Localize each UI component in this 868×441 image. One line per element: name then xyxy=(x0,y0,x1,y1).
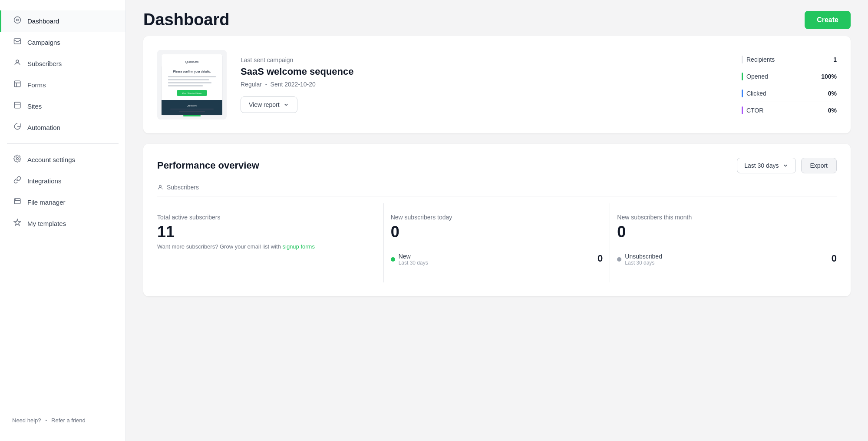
sidebar-footer: Need help? • Refer a friend xyxy=(0,410,125,431)
campaign-name: SaaS welcome sequence xyxy=(241,66,710,77)
svg-rect-16 xyxy=(168,85,203,86)
campaign-sent-date: Sent 2022-10-20 xyxy=(271,81,316,88)
campaign-preview-image: QuickStro Please confirm your details. G… xyxy=(157,50,227,119)
performance-controls: Last 30 days Export xyxy=(737,158,837,173)
opened-value: 100% xyxy=(821,73,837,80)
new-label: New xyxy=(399,253,428,260)
sidebar-item-my-templates[interactable]: My templates xyxy=(0,213,125,234)
stat-row-opened: Opened 100% xyxy=(742,68,837,85)
clicked-value: 0% xyxy=(828,90,837,97)
new-today-cell: New subscribers today 0 New Last 30 days xyxy=(384,203,611,282)
view-report-button[interactable]: View report xyxy=(241,96,297,113)
sidebar-item-account-settings[interactable]: Account settings xyxy=(0,149,125,170)
ctor-bar xyxy=(742,106,743,114)
sidebar-item-automation[interactable]: Automation xyxy=(0,117,125,138)
svg-rect-22 xyxy=(179,111,205,112)
new-month-cell: New subscribers this month 0 Unsubscribe… xyxy=(610,203,837,282)
svg-rect-23 xyxy=(183,115,201,116)
subscribers-section-icon xyxy=(157,184,163,190)
integrations-icon xyxy=(13,176,21,186)
svg-rect-7 xyxy=(14,199,20,204)
stat-row-recipients: Recipients 1 xyxy=(742,51,837,68)
export-button[interactable]: Export xyxy=(801,158,837,173)
clicked-bar xyxy=(742,90,743,97)
sub-row-new: New Last 30 days 0 xyxy=(391,247,603,272)
svg-point-1 xyxy=(17,19,19,21)
refer-friend-link[interactable]: Refer a friend xyxy=(51,417,86,424)
ctor-value: 0% xyxy=(828,107,837,114)
unsubscribed-label: Unsubscribed xyxy=(625,253,662,260)
sidebar-item-sites[interactable]: Sites xyxy=(0,96,125,117)
forms-icon xyxy=(13,80,21,90)
sidebar-item-forms[interactable]: Forms xyxy=(0,74,125,96)
new-sublabel: Last 30 days xyxy=(399,260,428,266)
total-active-label: Total active subscribers xyxy=(157,214,376,221)
sidebar-item-subscribers[interactable]: Subscribers xyxy=(0,53,125,74)
subscribers-icon xyxy=(13,59,21,69)
svg-point-3 xyxy=(16,60,19,63)
performance-header: Performance overview Last 30 days Export xyxy=(157,158,837,173)
svg-text:QuickStro: QuickStro xyxy=(187,104,197,107)
total-active-value: 11 xyxy=(157,224,376,240)
sidebar: Dashboard Campaigns Subscribers Forms Si… xyxy=(0,0,126,441)
sidebar-divider xyxy=(7,143,119,144)
unsubscribed-dot-indicator xyxy=(617,257,621,262)
svg-rect-2 xyxy=(14,39,21,44)
new-value: 0 xyxy=(597,253,603,264)
chevron-down-icon xyxy=(283,102,289,108)
subscribers-header: Subscribers xyxy=(157,184,837,196)
campaign-stats: Recipients 1 Opened 100% Clicked xyxy=(724,51,837,119)
signup-forms-link[interactable]: signup forms xyxy=(283,243,315,250)
period-select-button[interactable]: Last 30 days xyxy=(737,158,795,173)
campaign-meta: Regular • Sent 2022-10-20 xyxy=(241,81,710,88)
new-today-label: New subscribers today xyxy=(391,214,603,221)
svg-point-6 xyxy=(17,158,19,160)
stat-row-clicked: Clicked 0% xyxy=(742,85,837,102)
svg-rect-19 xyxy=(162,100,222,115)
svg-rect-15 xyxy=(168,82,211,83)
svg-rect-14 xyxy=(168,79,209,80)
recipients-value: 1 xyxy=(833,56,837,63)
sidebar-item-dashboard[interactable]: Dashboard xyxy=(0,10,125,32)
opened-label: Opened xyxy=(746,73,768,80)
sidebar-nav: Dashboard Campaigns Subscribers Forms Si… xyxy=(0,10,125,410)
main-content: Dashboard Create QuickStro Please confir… xyxy=(126,0,868,441)
clicked-label: Clicked xyxy=(746,90,766,97)
recipients-bar xyxy=(742,56,743,63)
svg-point-0 xyxy=(14,17,21,23)
svg-point-24 xyxy=(159,185,162,187)
svg-text:Get Started Now: Get Started Now xyxy=(182,92,202,95)
unsubscribed-value: 0 xyxy=(832,253,837,264)
total-active-cell: Total active subscribers 11 Want more su… xyxy=(157,203,384,282)
unsubscribed-sublabel: Last 30 days xyxy=(625,260,662,266)
new-month-label: New subscribers this month xyxy=(617,214,837,221)
new-month-sub-grid: Unsubscribed Last 30 days 0 xyxy=(617,243,837,272)
svg-rect-4 xyxy=(14,81,20,87)
automation-icon xyxy=(13,123,21,133)
period-chevron-icon xyxy=(782,162,789,169)
subscribers-section-label: Subscribers xyxy=(167,184,199,191)
subscribers-grid: Total active subscribers 11 Want more su… xyxy=(157,203,837,282)
new-month-value: 0 xyxy=(617,224,837,240)
sidebar-item-campaigns[interactable]: Campaigns xyxy=(0,32,125,53)
need-help-link[interactable]: Need help? xyxy=(12,417,41,424)
create-button[interactable]: Create xyxy=(805,11,851,29)
my-templates-icon xyxy=(13,219,21,229)
recipients-label: Recipients xyxy=(746,56,775,63)
opened-bar xyxy=(742,73,743,80)
performance-title: Performance overview xyxy=(157,160,259,171)
sidebar-item-file-manager[interactable]: File manager xyxy=(0,192,125,213)
new-today-sub-grid: New Last 30 days 0 xyxy=(391,243,603,272)
total-active-note: Want more subscribers? Grow your email l… xyxy=(157,243,376,250)
file-manager-icon xyxy=(13,197,21,207)
page-title: Dashboard xyxy=(143,10,229,29)
sidebar-item-integrations[interactable]: Integrations xyxy=(0,170,125,192)
stat-row-ctor: CTOR 0% xyxy=(742,102,837,119)
footer-separator: • xyxy=(46,418,47,423)
page-header: Dashboard Create xyxy=(126,0,868,36)
svg-rect-13 xyxy=(168,76,216,77)
campaign-meta-dot: • xyxy=(265,82,267,87)
sites-icon xyxy=(13,101,21,111)
svg-text:QuickStro: QuickStro xyxy=(185,60,199,64)
sub-row-unsubscribed: Unsubscribed Last 30 days 0 xyxy=(617,247,837,272)
